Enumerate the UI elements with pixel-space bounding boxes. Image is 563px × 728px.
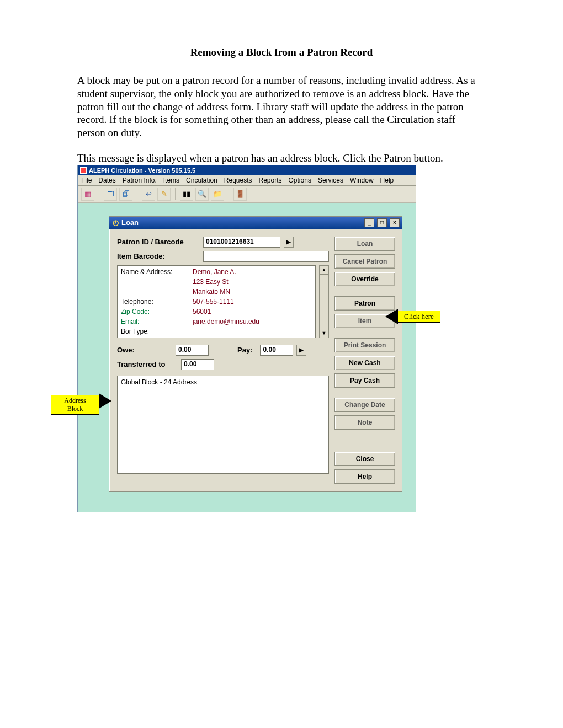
toolbar-btn-2[interactable]: 🗔	[104, 188, 117, 201]
toolbar-btn-4[interactable]: ↩	[142, 188, 155, 201]
address-block-callout: Address Block	[51, 395, 99, 415]
toolbar-btn-6[interactable]: ▮▮	[180, 188, 193, 201]
app-icon	[80, 167, 87, 174]
screenshot-wrapper: ALEPH Circulation - Version 505.15.5 Fil…	[77, 165, 486, 512]
patron-id-input[interactable]: 0101001216631	[203, 237, 280, 248]
instruction-paragraph: This message is displayed when a patron …	[77, 152, 486, 165]
toolbar-btn-5[interactable]: ✎	[157, 188, 171, 201]
patron-email: jane.demo@mnsu.edu	[193, 318, 312, 328]
loan-button[interactable]: Loan	[334, 237, 395, 251]
menu-help[interactable]: Help	[380, 176, 394, 184]
new-cash-button[interactable]: New Cash	[334, 356, 395, 370]
scroll-up-icon[interactable]: ▲	[320, 266, 328, 275]
app-titlebar: ALEPH Circulation - Version 505.15.5	[78, 165, 416, 175]
toolbar-separator	[99, 188, 99, 200]
menu-requests[interactable]: Requests	[224, 176, 252, 184]
toolbar-btn-3[interactable]: 🗐	[119, 188, 132, 201]
block-message-area: Global Block - 24 Address	[117, 376, 329, 474]
patron-addr1: 123 Easy St	[193, 278, 312, 288]
change-date-button[interactable]: Change Date	[334, 398, 395, 412]
loan-dialog: ◴ Loan _ □ × Patron ID / Barcode 0101001…	[109, 216, 402, 492]
toolbar-separator	[175, 188, 176, 200]
app-window: ALEPH Circulation - Version 505.15.5 Fil…	[77, 165, 416, 512]
click-here-callout: Click here	[397, 311, 440, 323]
owe-label: Owe:	[117, 346, 172, 354]
patron-name: Demo, Jane A.	[193, 268, 312, 278]
patron-telephone: 507-555-1111	[193, 298, 312, 308]
dialog-title: Loan	[121, 218, 362, 227]
pay-input[interactable]: 0.00	[260, 345, 293, 356]
bor-type-label: Bor Type:	[121, 328, 193, 338]
item-barcode-label: Item Barcode:	[117, 252, 200, 260]
workspace: ◴ Loan _ □ × Patron ID / Barcode 0101001…	[78, 203, 416, 512]
app-title: ALEPH Circulation - Version 505.15.5	[89, 167, 195, 174]
block-message-text: Global Block - 24 Address	[121, 378, 197, 386]
note-button[interactable]: Note	[334, 415, 395, 430]
email-label: Email:	[121, 318, 193, 328]
menu-dates[interactable]: Dates	[98, 176, 115, 184]
help-button[interactable]: Help	[334, 469, 395, 484]
name-address-label: Name & Address:	[121, 268, 193, 278]
transferred-value: 0.00	[181, 359, 214, 370]
click-here-arrow-icon	[386, 309, 398, 324]
transferred-label: Transferred to	[117, 360, 178, 368]
info-scrollbar[interactable]: ▲ ▼	[319, 265, 329, 338]
pay-go-button[interactable]: ▶	[296, 345, 306, 356]
toolbar: ▦ 🗔 🗐 ↩ ✎ ▮▮ 🔍 📁 🚪	[78, 186, 416, 203]
cancel-patron-button[interactable]: Cancel Patron	[334, 254, 395, 269]
dialog-titlebar: ◴ Loan _ □ ×	[109, 217, 402, 229]
print-session-button[interactable]: Print Session	[334, 338, 395, 352]
toolbar-btn-9[interactable]: 🚪	[233, 188, 247, 201]
pay-label: Pay:	[237, 346, 252, 354]
scroll-down-icon[interactable]: ▼	[320, 329, 328, 338]
toolbar-btn-1[interactable]: ▦	[81, 188, 94, 201]
menu-items[interactable]: Items	[163, 176, 179, 184]
main-menu: File Dates Patron Info. Items Circulatio…	[78, 175, 416, 186]
dialog-right-panel: Loan Cancel Patron Override Patron Item …	[334, 237, 395, 484]
toolbar-btn-8[interactable]: 📁	[211, 188, 224, 201]
menu-options[interactable]: Options	[289, 176, 311, 184]
menu-window[interactable]: Window	[350, 176, 374, 184]
maximize-button[interactable]: □	[377, 218, 387, 227]
patron-zip: 56001	[193, 308, 312, 318]
patron-info-list: Name & Address: Telephone: Zip Code: Ema…	[117, 265, 316, 338]
intro-paragraph: A block may be put on a patron record fo…	[77, 74, 486, 140]
toolbar-btn-7[interactable]: 🔍	[195, 188, 209, 201]
toolbar-separator	[229, 188, 229, 200]
patron-id-label: Patron ID / Barcode	[117, 238, 200, 246]
menu-reports[interactable]: Reports	[259, 176, 282, 184]
menu-circulation[interactable]: Circulation	[186, 176, 217, 184]
doc-title: Removing a Block from a Patron Record	[77, 46, 486, 58]
minimize-button[interactable]: _	[364, 218, 374, 227]
close-button[interactable]: Close	[334, 452, 395, 466]
pay-cash-button[interactable]: Pay Cash	[334, 373, 395, 388]
item-barcode-input[interactable]	[203, 251, 329, 262]
dialog-icon: ◴	[113, 218, 119, 227]
owe-value: 0.00	[176, 345, 209, 356]
zip-label: Zip Code:	[121, 308, 193, 318]
close-x-button[interactable]: ×	[390, 218, 400, 227]
telephone-label: Telephone:	[121, 298, 193, 308]
menu-services[interactable]: Services	[318, 176, 343, 184]
menu-file[interactable]: File	[81, 176, 92, 184]
toolbar-separator	[137, 188, 137, 200]
dialog-left-panel: Patron ID / Barcode 0101001216631 ▶ Item…	[117, 237, 329, 484]
override-button[interactable]: Override	[334, 272, 395, 286]
menu-patron-info[interactable]: Patron Info.	[123, 176, 157, 184]
address-block-arrow-icon	[99, 394, 111, 408]
patron-addr2: Mankato MN	[193, 288, 312, 298]
patron-id-lookup-button[interactable]: ▶	[284, 237, 294, 248]
